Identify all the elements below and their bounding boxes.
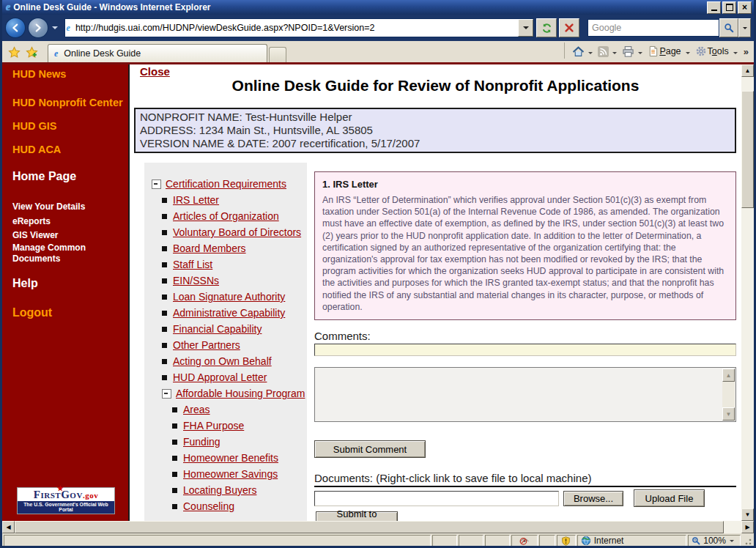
collapse-icon[interactable] [152, 179, 161, 189]
tools-menu-label: ToolsTools [708, 46, 729, 56]
comments-textarea[interactable]: ▲ ▼ [314, 367, 736, 422]
browse-button[interactable]: Browse... [563, 491, 623, 506]
bullet-icon [162, 375, 167, 380]
upload-file-button[interactable]: Upload File [634, 489, 705, 507]
restore-button[interactable] [722, 1, 736, 14]
sidebar-item-gis-viewer[interactable]: GIS Viewer [12, 230, 108, 241]
tree-node-acting-own-behalf[interactable]: Acting on Own Behalf [173, 355, 272, 367]
tree-node-counseling[interactable]: Counseling [183, 500, 234, 512]
page-menu-label: PPageage [659, 46, 681, 56]
tree-node-financial-capability[interactable]: Financial Capability [173, 323, 262, 335]
close-page-link[interactable]: Close [140, 65, 170, 78]
add-favorite-button[interactable] [23, 43, 40, 61]
scroll-left-button[interactable]: ◀ [2, 521, 15, 533]
search-button[interactable] [719, 18, 738, 37]
tree-node-funding[interactable]: Funding [183, 436, 220, 448]
tree-node-affordable-housing[interactable]: Affordable Housing Program [176, 388, 305, 399]
tree-node-locating-buyers[interactable]: Locating Buyers [183, 484, 256, 496]
textarea-scrollbar[interactable]: ▲ ▼ [722, 369, 735, 421]
toolbar-overflow-button[interactable]: » [744, 46, 749, 57]
search-input[interactable]: Google [588, 19, 719, 37]
tree-node-ein-ssns[interactable]: EIN/SSNs [173, 275, 219, 286]
back-button[interactable] [5, 18, 26, 38]
horizontal-scroll-thumb[interactable] [15, 521, 724, 533]
close-button[interactable]: × [738, 1, 752, 14]
collapse-icon[interactable] [162, 389, 171, 399]
security-pane [557, 535, 576, 547]
recent-pages-dropdown[interactable] [52, 26, 58, 32]
sidebar-item-hud-gis[interactable]: HUD GIS [12, 120, 56, 132]
sidebar-item-hud-nonprofit[interactable]: HUD Nonprofit Center [12, 97, 123, 108]
bullet-icon [162, 246, 167, 251]
sidebar-item-ereports[interactable]: eReports [12, 216, 108, 227]
comments-input[interactable] [314, 344, 736, 356]
submit-comment-button[interactable]: Submit Comment [314, 440, 426, 458]
submit-to-review-button[interactable]: Submit to Review [316, 511, 398, 521]
zoom-control[interactable]: 100% [688, 535, 741, 547]
gear-icon [695, 45, 707, 57]
resize-grip[interactable] [742, 536, 752, 546]
address-input[interactable]: http://hudgis.uai.com/HUDNP/viewDeskGuid… [73, 23, 519, 33]
tree-node-homeowner-benefits[interactable]: Homeowner Benefits [183, 452, 278, 464]
firstgov-logo[interactable]: ★ FirstGov.gov The U.S. Government's Off… [17, 487, 115, 514]
bullet-icon [162, 295, 167, 300]
sidebar-item-hud-aca[interactable]: HUD ACA [12, 144, 61, 155]
favorites-star-icon [8, 46, 21, 59]
tree-node-other-partners[interactable]: Other Partners [173, 339, 240, 351]
scroll-down-icon[interactable]: ▼ [722, 407, 735, 421]
bullet-icon [162, 230, 167, 235]
tools-menu-dropdown[interactable] [733, 52, 738, 56]
scroll-down-button[interactable]: ▼ [741, 508, 754, 521]
sidebar-item-home-page[interactable]: Home Page [12, 170, 76, 183]
sidebar-item-logout[interactable]: Logout [12, 306, 52, 319]
tree-node-areas[interactable]: Areas [183, 404, 210, 415]
scroll-right-button[interactable]: ▶ [741, 521, 754, 533]
print-dropdown[interactable] [638, 52, 642, 56]
feeds-dropdown[interactable] [612, 52, 617, 56]
zoom-icon [692, 536, 700, 545]
favorites-button[interactable] [5, 43, 23, 61]
tree-node-irs-letter[interactable]: IRS Letter [173, 194, 219, 206]
tree-node-fha-purpose[interactable]: FHA Purpose [183, 420, 244, 432]
horizontal-scrollbar[interactable]: ◀ ▶ [2, 521, 754, 533]
minimize-button[interactable] [707, 1, 721, 14]
tree-node-admin-capability[interactable]: Administrative Capability [173, 307, 285, 319]
file-path-input[interactable] [314, 491, 559, 506]
forward-button[interactable] [28, 18, 48, 38]
scroll-up-button[interactable]: ▲ [741, 64, 754, 77]
tree-node-hud-approval-letter[interactable]: HUD Approval Letter [173, 371, 267, 383]
sidebar-item-hud-news[interactable]: HUD News [12, 68, 66, 80]
scroll-up-icon[interactable]: ▲ [722, 369, 735, 382]
bullet-icon [162, 327, 167, 332]
tree-node-staff-list[interactable]: Staff List [173, 259, 212, 270]
tree-node-voluntary-board[interactable]: Voluntary Board of Directors [173, 226, 301, 238]
new-tab-button[interactable] [269, 47, 286, 62]
status-pane [485, 535, 510, 547]
vertical-scroll-thumb[interactable] [741, 91, 754, 208]
tree-node-certification-requirements[interactable]: Certification Requirements [166, 178, 286, 190]
zoom-dropdown[interactable] [730, 540, 734, 544]
page-menu-button[interactable]: PPageage [646, 43, 683, 59]
page-menu-dropdown[interactable] [686, 52, 690, 56]
status-bar: Internet 100% [2, 533, 754, 548]
refresh-button[interactable] [536, 18, 557, 37]
vertical-scrollbar[interactable]: ▲ ▼ [741, 64, 754, 521]
tree-node-articles[interactable]: Articles of Organization [173, 210, 279, 222]
sidebar-item-help[interactable]: Help [12, 277, 38, 290]
address-dropdown-button[interactable] [518, 19, 533, 37]
feeds-button[interactable] [596, 43, 610, 59]
address-bar[interactable]: e http://hudgis.uai.com/HUDNP/viewDeskGu… [64, 18, 535, 37]
tools-menu-button[interactable]: ToolsTools [694, 43, 731, 59]
print-button[interactable] [620, 43, 636, 59]
search-dropdown-button[interactable] [738, 18, 751, 37]
sidebar-item-view-details[interactable]: View Your Details [12, 201, 108, 212]
tree-node-board-members[interactable]: Board Members [173, 242, 246, 254]
tree-node-homeowner-savings[interactable]: Homeowner Savings [183, 468, 278, 480]
stop-button[interactable] [559, 18, 579, 37]
sidebar-item-manage-docs[interactable]: Manage Common Documents [12, 242, 108, 264]
tab-online-desk-guide[interactable]: e Online Desk Guide [48, 44, 267, 62]
tree-node-loan-signature[interactable]: Loan Signature Authority [173, 291, 285, 303]
home-dropdown[interactable] [588, 52, 593, 56]
home-button[interactable] [571, 43, 586, 59]
documents-divider [314, 486, 736, 487]
